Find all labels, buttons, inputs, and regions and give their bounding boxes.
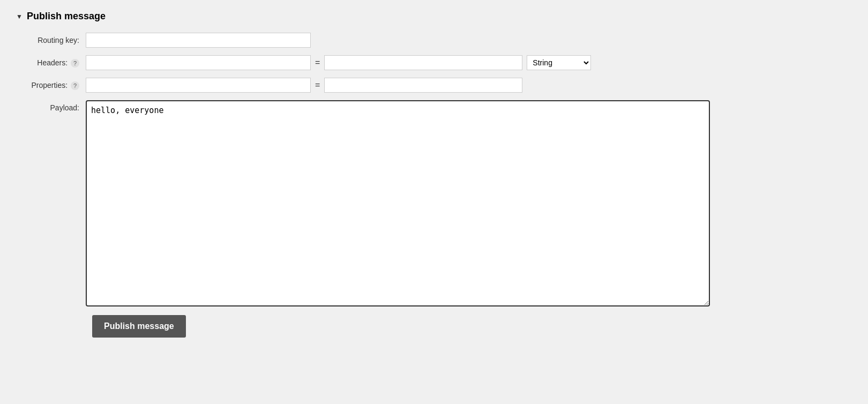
properties-key-input[interactable] (86, 78, 311, 93)
page-container: ▼ Publish message Routing key: Headers: … (0, 0, 868, 404)
properties-help-badge[interactable]: ? (71, 81, 79, 90)
headers-help-badge[interactable]: ? (71, 59, 79, 68)
publish-message-button[interactable]: Publish message (92, 315, 186, 338)
headers-label: Headers: ? (21, 58, 86, 68)
headers-row: Headers: ? = String Number Boolean (21, 55, 852, 70)
properties-equals: = (315, 80, 320, 90)
routing-key-row: Routing key: (21, 33, 852, 48)
form-area: Routing key: Headers: ? = String Number … (16, 33, 852, 338)
headers-equals: = (315, 58, 320, 68)
payload-row: Payload: hello, everyone (21, 100, 852, 306)
properties-value-input[interactable] (324, 78, 522, 93)
headers-value-input[interactable] (324, 55, 522, 70)
type-select[interactable]: String Number Boolean (527, 55, 591, 70)
routing-key-input[interactable] (86, 33, 311, 48)
payload-textarea[interactable]: hello, everyone (86, 100, 710, 306)
routing-key-label: Routing key: (21, 36, 86, 44)
properties-row: Properties: ? = (21, 78, 852, 93)
payload-label: Payload: (21, 100, 86, 112)
properties-label: Properties: ? (21, 81, 86, 90)
chevron-icon: ▼ (16, 13, 23, 20)
headers-key-input[interactable] (86, 55, 311, 70)
section-header: ▼ Publish message (16, 11, 852, 22)
section-title: Publish message (27, 11, 106, 22)
